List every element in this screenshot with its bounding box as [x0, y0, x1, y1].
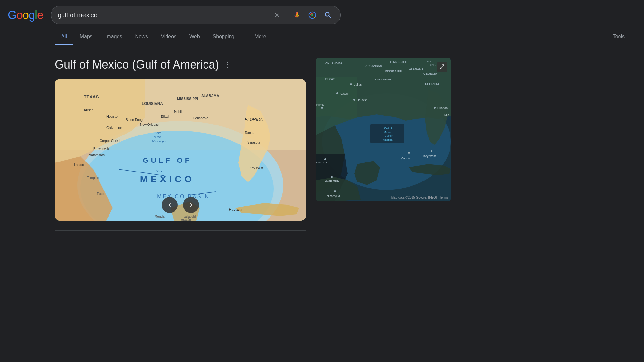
map-terms-link[interactable]: Terms [440, 196, 448, 199]
nav-label-more: More [254, 34, 266, 40]
mini-map-expand-button[interactable] [437, 62, 447, 72]
svg-text:MISSISSIPPI: MISSISSIPPI [177, 97, 198, 101]
svg-text:nterrey: nterrey [316, 103, 324, 106]
google-logo[interactable]: Google [8, 8, 43, 22]
svg-text:GULF OF: GULF OF [143, 156, 192, 164]
svg-text:Houston: Houston [357, 98, 368, 102]
close-icon [274, 12, 281, 19]
svg-text:exico City: exico City [316, 161, 327, 164]
svg-text:Delta: Delta [155, 131, 161, 135]
svg-text:Laredo: Laredo [74, 163, 84, 167]
svg-text:Key West: Key West [250, 166, 263, 170]
svg-text:of the: of the [154, 135, 161, 139]
nav-item-videos[interactable]: Videos [154, 29, 183, 45]
clear-button[interactable] [272, 10, 282, 20]
nav-item-web[interactable]: Web [183, 29, 206, 45]
svg-text:Tampico: Tampico [87, 176, 99, 180]
svg-text:Houston: Houston [106, 115, 119, 118]
svg-text:ALABAMA: ALABAMA [201, 94, 219, 97]
svg-text:MEXICO: MEXICO [140, 174, 195, 184]
carousel-next-button[interactable] [183, 197, 199, 213]
svg-text:New Orleans: New Orleans [140, 123, 159, 126]
header: Google [0, 0, 644, 29]
svg-text:Biloxi: Biloxi [161, 115, 169, 118]
nav-item-maps[interactable]: Maps [73, 29, 99, 45]
svg-point-0 [311, 14, 313, 16]
svg-point-70 [408, 152, 410, 154]
nav-item-news[interactable]: News [128, 29, 154, 45]
svg-text:Cancún: Cancún [401, 157, 411, 160]
svg-point-59 [434, 107, 436, 109]
search-bar-wrapper [51, 6, 341, 24]
map-data-label: Map data ©2025 Google, INEGI [391, 196, 437, 199]
svg-text:Mississippi: Mississippi [152, 140, 166, 143]
search-submit-button[interactable] [322, 9, 334, 21]
svg-text:Corpus Christi: Corpus Christi [100, 139, 120, 143]
svg-point-55 [336, 92, 338, 94]
svg-text:Austin: Austin [84, 108, 94, 112]
svg-text:ARKANSAS: ARKANSAS [365, 64, 382, 68]
nav-bar: All Maps Images News Videos Web Shopping… [0, 29, 644, 45]
svg-point-72 [331, 176, 333, 178]
svg-point-66 [321, 107, 323, 109]
main-content: Gulf of Mexico (Gulf of America) ⋮ [0, 45, 644, 231]
svg-text:Sarasota: Sarasota [247, 141, 260, 144]
svg-text:Gulf of: Gulf of [384, 127, 392, 130]
svg-text:America): America) [383, 138, 393, 141]
nav-tools-button[interactable]: Tools [606, 29, 631, 45]
title-menu-button[interactable]: ⋮ [224, 60, 231, 69]
svg-text:OKLAHOMA: OKLAHOMA [325, 62, 342, 65]
svg-point-57 [353, 99, 355, 101]
svg-point-53 [350, 83, 352, 85]
lens-icon [308, 11, 317, 19]
svg-text:LOUISIANA: LOUISIANA [142, 101, 163, 106]
svg-text:GEORGIA: GEORGIA [423, 72, 437, 75]
voice-search-button[interactable] [291, 10, 302, 21]
search-icon [324, 11, 333, 20]
search-bar [51, 6, 341, 24]
svg-text:Brownsville: Brownsville [93, 147, 110, 151]
result-title: Gulf of Mexico (Gulf of America) [55, 58, 219, 71]
image-carousel: GULF OF MEXICO MEXICO BASIN Houston Aust… [55, 79, 306, 221]
svg-text:3937: 3937 [155, 169, 162, 173]
svg-text:CAR.: CAR. [430, 63, 436, 66]
svg-text:Baton Rouge: Baton Rouge [126, 118, 145, 122]
svg-text:Orlando: Orlando [437, 107, 448, 110]
svg-point-76 [324, 158, 326, 160]
svg-text:Mia: Mia [444, 113, 449, 116]
svg-text:FLORIDA: FLORIDA [245, 117, 263, 122]
svg-text:Dallas: Dallas [354, 83, 362, 86]
svg-point-68 [431, 150, 432, 152]
nav-item-shopping[interactable]: Shopping [206, 29, 241, 45]
svg-text:Mexico: Mexico [384, 131, 392, 134]
mini-map[interactable]: OKLAHOMA TENNESSEE ARKANSAS NO CAR. MISS… [316, 58, 451, 201]
svg-text:TEXAS: TEXAS [84, 94, 99, 99]
svg-text:Nicaragua: Nicaragua [327, 194, 340, 198]
svg-text:ALABAMA: ALABAMA [409, 68, 424, 71]
nav-item-more[interactable]: ⋮ More [241, 29, 272, 45]
carousel-prev-button[interactable] [162, 197, 178, 213]
search-divider [287, 11, 287, 20]
svg-text:NO: NO [427, 60, 431, 63]
svg-text:Pensacola: Pensacola [193, 116, 208, 120]
svg-text:MISSISSIPPI: MISSISSIPPI [385, 70, 402, 73]
chevron-left-icon [166, 201, 173, 209]
left-panel: Gulf of Mexico (Gulf of America) ⋮ [55, 58, 306, 231]
nav-item-all[interactable]: All [55, 29, 73, 45]
chevron-right-icon [187, 201, 194, 209]
svg-text:(Gulf of: (Gulf of [384, 135, 393, 137]
nav-item-images[interactable]: Images [99, 29, 128, 45]
microphone-icon [293, 11, 301, 19]
nav-tools: Tools [606, 29, 644, 45]
search-input[interactable] [58, 12, 268, 19]
svg-text:Yucatán: Yucatán [180, 218, 191, 221]
svg-text:Tampa: Tampa [245, 131, 254, 135]
expand-icon [439, 64, 445, 70]
nav-label-news: News [135, 34, 148, 40]
svg-text:Valladolid: Valladolid [184, 215, 196, 218]
lens-search-button[interactable] [307, 10, 318, 21]
svg-text:TEXAS: TEXAS [325, 78, 336, 81]
mini-map-attribution: Map data ©2025 Google, INEGI Terms [391, 196, 448, 199]
svg-text:Mobile: Mobile [174, 110, 184, 114]
svg-text:Guatemala: Guatemala [325, 179, 339, 182]
